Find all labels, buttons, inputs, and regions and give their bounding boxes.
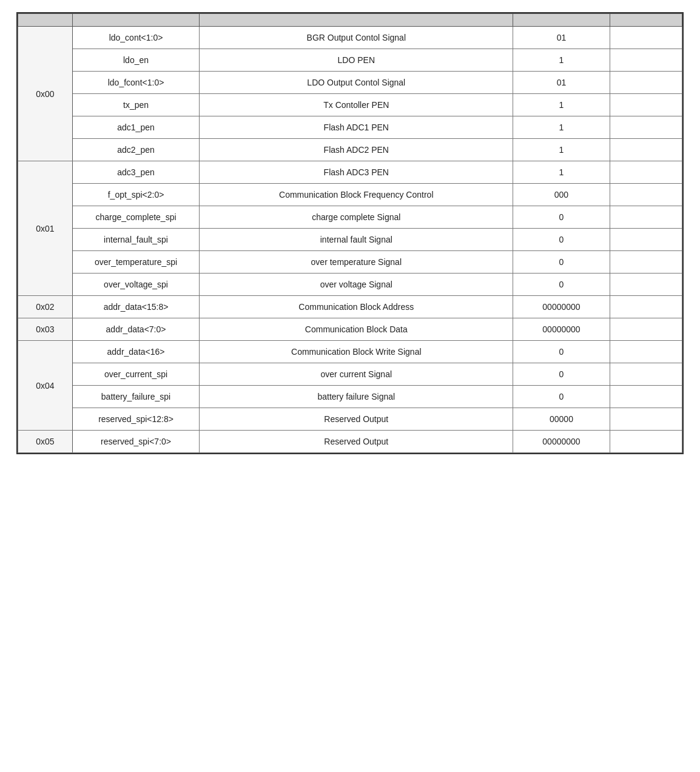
header-name (72, 14, 200, 27)
address-cell: 0x04 (18, 341, 73, 431)
memo-cell (610, 318, 682, 341)
table-row: charge_complete_spicharge complete Signa… (18, 206, 682, 229)
memo-cell (610, 341, 682, 363)
description-cell: Flash ADC1 PEN (200, 116, 513, 139)
initial-cell: 00000000 (513, 318, 610, 341)
table-row: ldo_enLDO PEN1 (18, 49, 682, 72)
table-row: 0x05reserved_spi<7:0>Reserved Output0000… (18, 431, 682, 453)
initial-cell: 0 (513, 363, 610, 386)
initial-cell: 0 (513, 274, 610, 296)
table-row: adc1_penFlash ADC1 PEN1 (18, 116, 682, 139)
memo-cell (610, 206, 682, 229)
description-cell: Communication Block Write Signal (200, 341, 513, 363)
table-row: 0x00ldo_cont<1:0>BGR Output Contol Signa… (18, 27, 682, 49)
initial-cell: 0 (513, 206, 610, 229)
table-row: over_voltage_spiover voltage Signal0 (18, 274, 682, 296)
name-cell: adc3_pen (72, 161, 200, 184)
memo-cell (610, 274, 682, 296)
initial-cell: 0 (513, 229, 610, 251)
initial-cell: 1 (513, 116, 610, 139)
description-cell: charge complete Signal (200, 206, 513, 229)
initial-cell: 1 (513, 139, 610, 161)
memo-cell (610, 251, 682, 274)
description-cell: LDO Output Contol Signal (200, 72, 513, 94)
initial-cell: 01 (513, 72, 610, 94)
initial-cell: 000 (513, 184, 610, 206)
name-cell: ldo_cont<1:0> (72, 27, 200, 49)
initial-cell: 1 (513, 161, 610, 184)
description-cell: Tx Contoller PEN (200, 94, 513, 116)
name-cell: addr_data<7:0> (72, 318, 200, 341)
memo-cell (610, 386, 682, 408)
header-description (200, 14, 513, 27)
address-cell: 0x02 (18, 296, 73, 318)
description-cell: battery failure Signal (200, 386, 513, 408)
header-address (18, 14, 73, 27)
name-cell: reserved_spi<12:8> (72, 408, 200, 431)
description-cell: over temperature Signal (200, 251, 513, 274)
description-cell: Flash ADC2 PEN (200, 139, 513, 161)
description-cell: Reserved Output (200, 431, 513, 453)
name-cell: f_opt_spi<2:0> (72, 184, 200, 206)
initial-cell: 1 (513, 94, 610, 116)
name-cell: ldo_en (72, 49, 200, 72)
register-table: 0x00ldo_cont<1:0>BGR Output Contol Signa… (16, 12, 684, 454)
initial-cell: 00000000 (513, 296, 610, 318)
memo-cell (610, 184, 682, 206)
memo-cell (610, 49, 682, 72)
description-cell: Communication Block Address (200, 296, 513, 318)
table-row: 0x02addr_data<15:8>Communication Block A… (18, 296, 682, 318)
header-initial (513, 14, 610, 27)
table-row: 0x01adc3_penFlash ADC3 PEN1 (18, 161, 682, 184)
header-memo (610, 14, 682, 27)
address-cell: 0x03 (18, 318, 73, 341)
table-row: over_current_spiover current Signal0 (18, 363, 682, 386)
initial-cell: 0 (513, 251, 610, 274)
memo-cell (610, 296, 682, 318)
description-cell: LDO PEN (200, 49, 513, 72)
description-cell: Flash ADC3 PEN (200, 161, 513, 184)
table-header-row (18, 14, 682, 27)
memo-cell (610, 27, 682, 49)
table-row: reserved_spi<12:8>Reserved Output00000 (18, 408, 682, 431)
name-cell: charge_complete_spi (72, 206, 200, 229)
name-cell: ldo_fcont<1:0> (72, 72, 200, 94)
memo-cell (610, 139, 682, 161)
name-cell: addr_data<16> (72, 341, 200, 363)
description-cell: Communication Block Frequency Control (200, 184, 513, 206)
table-row: battery_failure_spibattery failure Signa… (18, 386, 682, 408)
name-cell: tx_pen (72, 94, 200, 116)
memo-cell (610, 408, 682, 431)
name-cell: reserved_spi<7:0> (72, 431, 200, 453)
initial-cell: 00000 (513, 408, 610, 431)
address-cell: 0x00 (18, 27, 73, 161)
description-cell: Reserved Output (200, 408, 513, 431)
description-cell: over voltage Signal (200, 274, 513, 296)
address-cell: 0x05 (18, 431, 73, 453)
description-cell: Communication Block Data (200, 318, 513, 341)
name-cell: over_voltage_spi (72, 274, 200, 296)
memo-cell (610, 161, 682, 184)
memo-cell (610, 431, 682, 453)
name-cell: addr_data<15:8> (72, 296, 200, 318)
table-row: 0x04addr_data<16>Communication Block Wri… (18, 341, 682, 363)
table-row: 0x03addr_data<7:0>Communication Block Da… (18, 318, 682, 341)
name-cell: adc1_pen (72, 116, 200, 139)
table-row: adc2_penFlash ADC2 PEN1 (18, 139, 682, 161)
description-cell: BGR Output Contol Signal (200, 27, 513, 49)
name-cell: over_temperature_spi (72, 251, 200, 274)
memo-cell (610, 229, 682, 251)
initial-cell: 0 (513, 341, 610, 363)
initial-cell: 1 (513, 49, 610, 72)
address-cell: 0x01 (18, 161, 73, 296)
table-row: internal_fault_spiinternal fault Signal0 (18, 229, 682, 251)
table-row: ldo_fcont<1:0>LDO Output Contol Signal01 (18, 72, 682, 94)
description-cell: over current Signal (200, 363, 513, 386)
table-row: tx_penTx Contoller PEN1 (18, 94, 682, 116)
memo-cell (610, 94, 682, 116)
table-row: f_opt_spi<2:0>Communication Block Freque… (18, 184, 682, 206)
table-row: over_temperature_spiover temperature Sig… (18, 251, 682, 274)
initial-cell: 01 (513, 27, 610, 49)
initial-cell: 00000000 (513, 431, 610, 453)
memo-cell (610, 363, 682, 386)
